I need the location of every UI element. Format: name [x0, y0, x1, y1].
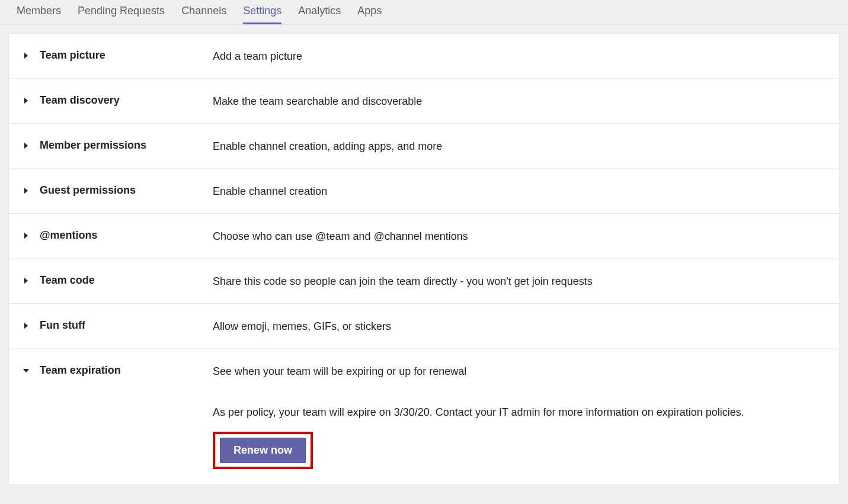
chevron-right-icon	[23, 323, 30, 330]
section-desc: Share this code so people can join the t…	[213, 274, 825, 288]
section-desc: Choose who can use @team and @channel me…	[213, 229, 825, 243]
tabs-bar: Members Pending Requests Channels Settin…	[0, 0, 848, 25]
section-mentions[interactable]: @mentions Choose who can use @team and @…	[9, 214, 839, 259]
section-member-permissions[interactable]: Member permissions Enable channel creati…	[9, 124, 839, 169]
section-desc: Enable channel creation, adding apps, an…	[213, 139, 825, 153]
tab-pending-requests[interactable]: Pending Requests	[69, 0, 173, 24]
chevron-right-icon	[23, 233, 30, 240]
section-team-expiration[interactable]: Team expiration See when your team will …	[9, 349, 839, 484]
chevron-right-icon	[23, 188, 30, 195]
tab-settings[interactable]: Settings	[235, 0, 290, 24]
section-desc: Add a team picture	[213, 49, 825, 63]
section-title: Team picture	[40, 49, 105, 62]
section-desc: See when your team will be expiring or u…	[213, 365, 825, 378]
section-team-picture[interactable]: Team picture Add a team picture	[9, 34, 839, 79]
section-title: Team discovery	[40, 94, 120, 107]
section-title: Guest permissions	[40, 184, 136, 197]
chevron-right-icon	[23, 98, 30, 105]
chevron-down-icon	[23, 368, 30, 375]
tab-analytics[interactable]: Analytics	[290, 0, 349, 24]
tab-channels[interactable]: Channels	[173, 0, 235, 24]
settings-panel: Team picture Add a team picture Team dis…	[8, 33, 840, 485]
section-title: @mentions	[40, 229, 98, 242]
renew-now-button[interactable]: Renew now	[220, 438, 306, 463]
section-desc: Enable channel creation	[213, 184, 825, 198]
section-title: Team expiration	[40, 364, 121, 377]
section-title: Fun stuff	[40, 319, 85, 332]
chevron-right-icon	[23, 53, 30, 60]
section-fun-stuff[interactable]: Fun stuff Allow emoji, memes, GIFs, or s…	[9, 304, 839, 349]
expiration-policy-text: As per policy, your team will expire on …	[213, 406, 825, 419]
section-guest-permissions[interactable]: Guest permissions Enable channel creatio…	[9, 169, 839, 214]
section-desc: Make the team searchable and discoverabl…	[213, 94, 825, 108]
tab-members[interactable]: Members	[8, 0, 69, 24]
section-title: Team code	[40, 274, 95, 287]
section-title: Member permissions	[40, 139, 146, 152]
chevron-right-icon	[23, 143, 30, 150]
section-desc: Allow emoji, memes, GIFs, or stickers	[213, 319, 825, 333]
tab-apps[interactable]: Apps	[349, 0, 390, 24]
section-team-code[interactable]: Team code Share this code so people can …	[9, 259, 839, 304]
section-team-discovery[interactable]: Team discovery Make the team searchable …	[9, 79, 839, 124]
chevron-right-icon	[23, 278, 30, 285]
highlight-annotation: Renew now	[213, 432, 313, 469]
